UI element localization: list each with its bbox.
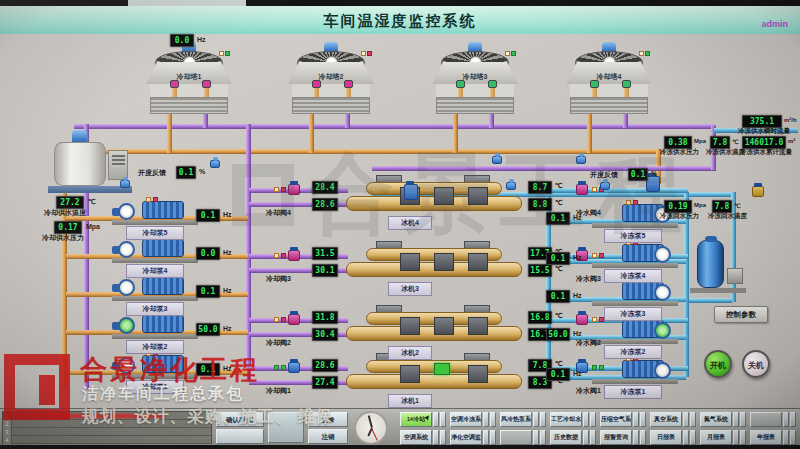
nav-chiller-plant-1[interactable]: 1#冷站	[400, 412, 432, 427]
cooling-tower-1[interactable]: 冷却塔1	[146, 42, 232, 114]
chilled-valve-icon[interactable]	[576, 314, 588, 325]
cooling-water-tank[interactable]	[54, 142, 106, 186]
nav-spare-button[interactable]	[750, 412, 782, 427]
pump-impeller-icon	[118, 317, 135, 334]
cooling-pump-4[interactable]	[112, 238, 198, 263]
chilled-pump-2[interactable]	[592, 319, 678, 344]
cooling-valve-icon[interactable]	[288, 250, 300, 261]
celsius-unit: ℃	[555, 360, 563, 368]
login-button[interactable]: 登录	[308, 412, 348, 427]
nav-daily-report[interactable]: 日报表	[650, 430, 682, 445]
pump-impeller-icon	[654, 284, 671, 301]
pump-impeller-icon	[654, 246, 671, 263]
cooling-pump4-hz: 0.0	[196, 247, 220, 260]
nav-ahu-chilled-system[interactable]: 空调冷冻系统	[450, 412, 482, 427]
chilled-pump-3[interactable]	[592, 281, 678, 306]
alarm-list[interactable]: 1 2 3 4	[2, 411, 212, 444]
pipe	[489, 112, 494, 128]
chiller4-chw-out: 8.8	[528, 198, 552, 211]
cooling-supply-pressure-label: 冷却供水压力	[42, 233, 84, 243]
alarm-ack-button[interactable]: 确认/消音	[216, 412, 264, 427]
tower-louver	[292, 97, 370, 114]
hz-unit: Hz	[223, 211, 232, 218]
logged-in-user[interactable]: admin	[761, 19, 788, 29]
celsius-unit: ℃	[88, 198, 96, 206]
nav-vacuum-system[interactable]: 真空系统	[650, 412, 682, 427]
chiller1-cw-out: 27.4	[312, 376, 338, 389]
tower-label: 冷却塔1	[146, 72, 232, 82]
bypass-valve-icon[interactable]	[752, 186, 764, 197]
chilled-pump-1[interactable]	[592, 359, 678, 384]
pump-label: 冷冻泵2	[604, 345, 662, 359]
page-title: 车间温湿度监控系统	[0, 12, 800, 31]
logout-button[interactable]: 注销	[308, 429, 348, 444]
main-valve-actuator-icon[interactable]	[404, 184, 418, 200]
alarm-secondary-button[interactable]	[216, 429, 264, 444]
nav-hvac-system[interactable]: 空调系统	[400, 430, 432, 445]
cooling-pump-3[interactable]	[112, 276, 198, 301]
cooling-pump-2[interactable]	[112, 314, 198, 339]
pressure-sensor-icon	[506, 182, 516, 190]
celsius-unit: ℃	[555, 265, 563, 273]
chiller4-cw-in: 28.4	[312, 181, 338, 194]
chiller-2[interactable]	[346, 310, 522, 344]
valve-label: 冷却阀1	[266, 386, 291, 396]
pipe	[587, 112, 592, 153]
pump-label: 冷却泵1	[126, 380, 184, 394]
chiller3-chw-out: 15.5	[528, 264, 552, 277]
valve-label: 冷水阀3	[576, 274, 601, 284]
stop-button[interactable]: 关机	[742, 350, 770, 378]
nav-nitrogen-system[interactable]: 氮气系统	[700, 412, 732, 427]
chiller-3[interactable]	[346, 246, 522, 280]
cooling-valve-icon[interactable]	[288, 184, 300, 195]
valve-actuator-icon	[210, 160, 220, 168]
pump-motor-icon	[142, 239, 184, 257]
nav-monthly-report[interactable]: 月报表	[700, 430, 732, 445]
mpa-unit: Mpa	[694, 202, 706, 208]
nav-alarm-query[interactable]: 报警查询	[600, 430, 632, 445]
nav-compressed-air-system[interactable]: 压缩空气系统	[600, 412, 632, 427]
chilled-valve-icon[interactable]	[576, 184, 588, 195]
orange-drop-valve-icon[interactable]	[646, 176, 660, 192]
tower-valve-icon	[202, 80, 211, 88]
start-button[interactable]: 开机	[704, 350, 732, 378]
pipe	[62, 149, 662, 154]
chilled-pump-4[interactable]	[592, 243, 678, 268]
celsius-unit: ℃	[555, 182, 563, 190]
chiller-1[interactable]	[346, 358, 522, 392]
flow-unit: m³/h	[784, 117, 797, 123]
chilled-pump1-hz: 0.1	[546, 368, 570, 381]
chiller-4[interactable]	[346, 180, 522, 214]
nav-history-data[interactable]: 历史数据	[550, 430, 582, 445]
cooling-pump-5[interactable]	[112, 200, 198, 225]
cooling-tower-2[interactable]: 冷却塔2	[288, 42, 374, 114]
pump-label: 冷冻泵4	[604, 269, 662, 283]
cooling-pump1-hz: 0.1	[196, 363, 220, 376]
cooling-tower-4[interactable]: 冷却塔4	[566, 42, 652, 114]
bezel-glare	[128, 0, 246, 6]
expansion-tank[interactable]	[697, 240, 724, 288]
chw-supply-pressure-label: 冷冻供水压力	[660, 148, 699, 157]
nav-process-cooling-system[interactable]: 工艺冷却水系统	[550, 412, 582, 427]
tower1-fan-hz-value: 0.0	[170, 34, 194, 47]
nav-cleanroom-hvac-monitor[interactable]: 净化空调监控系统	[450, 430, 482, 445]
cooling-pump-1[interactable]	[112, 354, 198, 379]
nav-heatpump-system[interactable]: 风冷热泵系统	[500, 412, 532, 427]
nav-yearly-report[interactable]: 年报表	[750, 430, 782, 445]
celsius-unit: ℃	[555, 312, 563, 320]
cooling-valve-icon[interactable]	[288, 362, 300, 373]
tower-valve-icon	[456, 80, 465, 88]
nav-spare-button-2[interactable]	[500, 430, 532, 445]
chiller-label: 冰机2	[388, 346, 432, 360]
mpa-unit: Mpa	[694, 138, 706, 144]
tower-valve-icon	[622, 80, 631, 88]
cooling-valve-icon[interactable]	[288, 314, 300, 325]
bottom-toolbar: 1 2 3 4 确认/消音 登录 注销 1#冷站 空调冷冻系统 风冷热泵系统 工…	[0, 408, 800, 449]
cooling-tower-3[interactable]: 冷却塔3	[432, 42, 518, 114]
control-params-button[interactable]: 控制参数	[714, 306, 768, 323]
pump-motor-icon	[142, 355, 184, 373]
tower-valve-icon	[170, 80, 179, 88]
chiller2-cw-out: 30.4	[312, 328, 338, 341]
alarm-row-number: 3	[3, 428, 12, 436]
percent-unit: %	[651, 170, 657, 177]
